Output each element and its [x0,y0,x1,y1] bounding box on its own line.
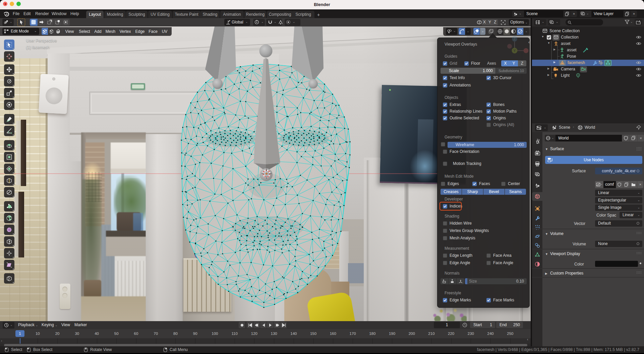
svg-text:Y: Y [514,49,516,53]
svg-text:Z: Z [514,37,516,41]
